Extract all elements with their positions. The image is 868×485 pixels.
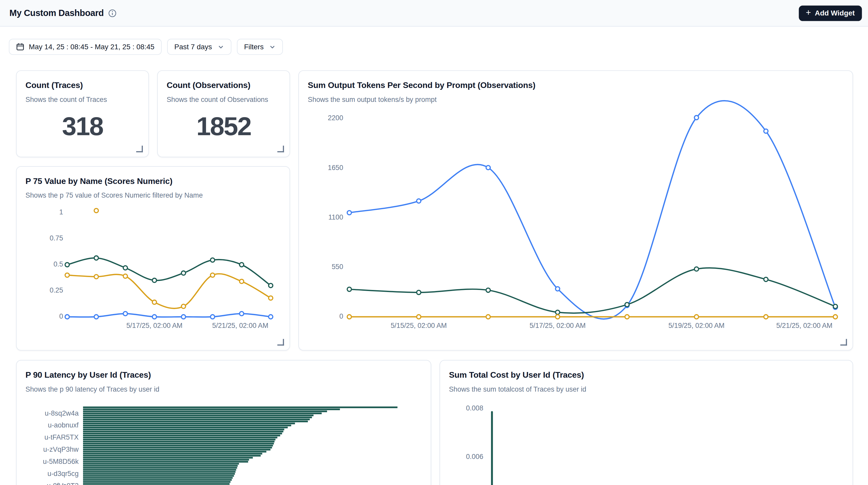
svg-text:0: 0 (59, 312, 63, 320)
svg-text:2200: 2200 (328, 114, 343, 122)
tokens-line-chart: 22001650110055005/15/25, 02:00 AM5/17/25… (299, 71, 854, 351)
svg-text:0: 0 (339, 312, 343, 320)
svg-text:1100: 1100 (328, 213, 343, 221)
svg-text:550: 550 (332, 263, 343, 271)
card-p90-latency: P 90 Latency by User Id (Traces) Shows t… (16, 360, 431, 485)
svg-text:u-8sq2w4a: u-8sq2w4a (45, 410, 79, 417)
dashboard-page: My Custom Dashboard + Add Widget (0, 0, 868, 485)
filters-label: Filters (244, 42, 264, 51)
chevron-down-icon (217, 43, 224, 50)
svg-text:0.5: 0.5 (53, 260, 63, 268)
card-p75-value: P 75 Value by Name (Scores Numeric) Show… (16, 166, 290, 351)
chevron-down-icon (269, 43, 276, 50)
range-preset-dropdown[interactable]: Past 7 days (167, 39, 231, 55)
card-count-traces: Count (Traces) Shows the count of Traces… (16, 70, 149, 157)
svg-text:u-5M8D56k: u-5M8D56k (43, 458, 79, 465)
card-subtitle: Shows the count of Traces (26, 95, 140, 104)
svg-text:0.008: 0.008 (466, 404, 483, 412)
svg-text:0.006: 0.006 (466, 453, 483, 460)
add-widget-button[interactable]: + Add Widget (799, 5, 862, 21)
card-title: Count (Traces) (26, 80, 140, 91)
svg-text:u-8fVa9T3: u-8fVa9T3 (47, 482, 79, 485)
svg-text:u-tFAR5TX: u-tFAR5TX (44, 433, 79, 441)
resize-handle-icon[interactable] (136, 146, 143, 152)
svg-text:5/15/25, 02:00 AM: 5/15/25, 02:00 AM (391, 322, 447, 329)
svg-text:5/17/25, 02:00 AM: 5/17/25, 02:00 AM (529, 322, 586, 329)
p75-line-chart: 10.750.50.2505/17/25, 02:00 AM5/21/25, 0… (17, 166, 290, 351)
svg-text:u-d3qr5cg: u-d3qr5cg (48, 470, 79, 478)
p90-bar-chart: u-8sq2w4au-aobnuxfu-tFAR5TXu-zVqP3hwu-5M… (17, 361, 432, 485)
svg-text:5/17/25, 02:00 AM: 5/17/25, 02:00 AM (126, 322, 183, 329)
date-range-label: May 14, 25 : 08:45 - May 21, 25 : 08:45 (29, 42, 154, 51)
add-widget-label: Add Widget (815, 9, 855, 17)
svg-text:5/21/25, 02:00 AM: 5/21/25, 02:00 AM (776, 322, 832, 329)
calendar-icon (16, 42, 24, 51)
plus-icon: + (806, 8, 811, 17)
info-icon[interactable] (108, 8, 117, 17)
card-total-cost: Sum Total Cost by User Id (Traces) Shows… (439, 360, 853, 485)
svg-text:5/21/25, 02:00 AM: 5/21/25, 02:00 AM (212, 322, 269, 329)
page-title: My Custom Dashboard (9, 8, 104, 18)
svg-text:5/19/25, 02:00 AM: 5/19/25, 02:00 AM (669, 322, 724, 329)
resize-handle-icon[interactable] (277, 339, 284, 346)
card-title: Count (Observations) (166, 80, 281, 91)
resize-handle-icon[interactable] (277, 146, 284, 152)
svg-text:1650: 1650 (328, 164, 343, 172)
svg-text:1: 1 (59, 208, 63, 216)
count-observations-value: 1852 (158, 113, 289, 139)
range-preset-label: Past 7 days (174, 42, 212, 51)
svg-text:u-zVqP3hw: u-zVqP3hw (43, 446, 79, 453)
resize-handle-icon[interactable] (840, 339, 847, 346)
page-header: My Custom Dashboard + Add Widget (0, 0, 868, 27)
card-subtitle: Shows the count of Observations (166, 95, 281, 104)
date-range-button[interactable]: May 14, 25 : 08:45 - May 21, 25 : 08:45 (9, 39, 161, 55)
toolbar: May 14, 25 : 08:45 - May 21, 25 : 08:45 … (9, 39, 283, 55)
svg-text:0.75: 0.75 (50, 234, 63, 242)
svg-text:u-aobnuxf: u-aobnuxf (48, 421, 79, 429)
filters-dropdown[interactable]: Filters (237, 39, 283, 55)
card-tokens-per-second: Sum Output Tokens Per Second by Prompt (… (298, 70, 853, 351)
cost-bar-chart: 0.0080.006 (440, 361, 854, 485)
count-traces-value: 318 (17, 113, 148, 139)
svg-text:0.25: 0.25 (50, 286, 63, 294)
card-count-observations: Count (Observations) Shows the count of … (157, 70, 290, 157)
